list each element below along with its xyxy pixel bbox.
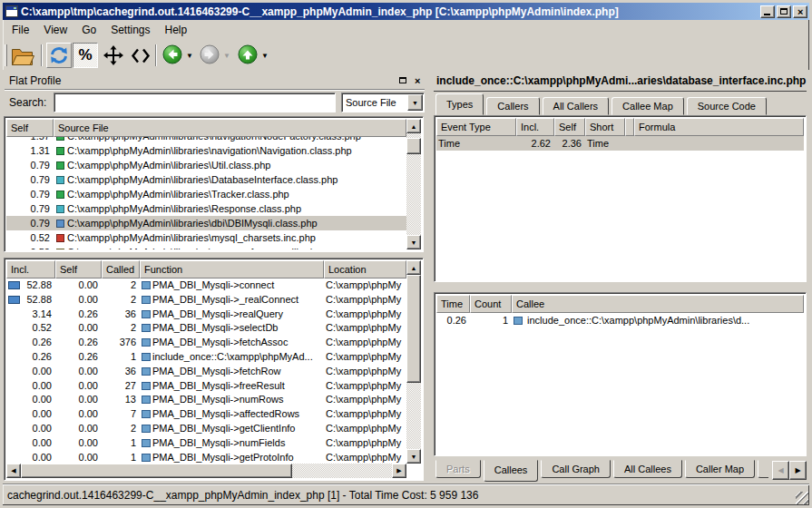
function-row[interactable]: 0.260.261include_once::C:\xampp\phpMyAd.… [6,350,406,365]
column-header-incl[interactable]: Incl. [516,118,554,136]
forward-button[interactable] [198,44,221,67]
callee-row[interactable]: 0.261 include_once::C:\xampp\phpMyAdmin\… [436,313,804,327]
up-dropdown-icon[interactable]: ▼ [261,52,269,60]
column-header-self[interactable]: Self [55,260,102,278]
source-file-row[interactable]: 0.52C:\xampp\phpMyAdmin\libraries\user_p… [6,245,406,249]
source-file-row[interactable]: 0.79C:\xampp\phpMyAdmin\libraries\Respon… [6,201,406,216]
tab-caller-map[interactable]: Caller Map [685,460,755,478]
scroll-down-icon[interactable]: ▼ [406,235,421,249]
tab-scroll-right-icon[interactable]: ▶ [789,461,807,480]
tab-callee-map[interactable]: Callee Map [611,97,684,115]
scrollbar-thumb[interactable] [406,275,421,383]
expand-cost-button[interactable] [101,43,126,68]
tab-callers[interactable]: Callers [486,97,539,115]
forward-dropdown-icon[interactable]: ▼ [223,52,230,60]
functions-vertical-scrollbar[interactable]: ▲ ▼ [406,260,421,464]
column-header-event-type[interactable]: Event Type [436,118,516,136]
function-row[interactable]: 52.880.002PMA_DBI_Mysqli->_realConnectC:… [6,293,406,308]
percent-toggle-button[interactable]: % [73,43,98,68]
tab-parts[interactable]: Parts [435,460,481,478]
tab-all-callers[interactable]: All Callers [543,97,610,115]
scrollbar-track[interactable] [21,464,392,478]
tab-scroll-left-icon[interactable]: ◀ [772,461,789,480]
up-button[interactable] [236,44,259,67]
menu-view[interactable]: View [36,22,74,38]
scroll-up-icon[interactable]: ▲ [406,260,421,275]
tab-types[interactable]: Types [435,93,484,115]
function-row[interactable]: 0.520.002PMA_DBI_Mysqli->selectDbC:\xamp… [6,321,406,336]
column-header-function[interactable]: Function [140,260,324,278]
column-header-called[interactable]: Called [102,260,140,278]
function-row[interactable]: 0.000.001PMA_DBI_Mysqli->getProtoInfoC:\… [6,451,406,464]
scroll-left-icon[interactable]: ◀ [6,464,21,478]
back-dropdown-icon[interactable]: ▼ [186,52,193,60]
column-header-self[interactable]: Self [554,118,585,136]
menu-help[interactable]: Help [158,22,195,38]
toolbar-separator [41,44,43,66]
scroll-up-icon[interactable]: ▲ [406,119,421,133]
function-row[interactable]: 0.000.0013PMA_DBI_Mysqli->numRowsC:\xamp… [6,393,406,407]
function-icon [142,296,151,304]
source-file-row[interactable]: 0.79C:\xampp\phpMyAdmin\libraries\Databa… [6,172,406,187]
tab-callees[interactable]: Callees [484,460,539,482]
search-input[interactable] [54,93,336,112]
refresh-button[interactable] [46,43,72,68]
function-name-cell: PMA_DBI_Mysqli->connect [140,278,324,293]
tab-source-code[interactable]: Source Code [687,97,767,115]
cycle-detection-button[interactable] [128,43,153,68]
column-header-callee[interactable]: Callee [512,295,804,313]
scrollbar-track[interactable] [406,275,421,449]
menu-go[interactable]: Go [74,22,103,38]
column-header-location[interactable]: Location [324,260,406,278]
scrollbar-track[interactable] [406,133,421,235]
maximize-button[interactable] [777,5,791,18]
function-row[interactable]: 0.000.0027PMA_DBI_Mysqli->freeResultC:\x… [6,379,406,394]
menu-file[interactable]: File [5,22,36,38]
close-button[interactable]: × [793,5,807,18]
function-icon [142,353,151,361]
search-row: Search: Source File ▼ [5,91,425,114]
function-row[interactable]: 0.000.001PMA_DBI_Mysqli->numFieldsC:\xam… [6,436,406,451]
chevron-down-icon[interactable]: ▼ [407,94,423,111]
back-button[interactable] [161,44,184,67]
source-file-row[interactable]: 0.79C:\xampp\phpMyAdmin\libraries\dbi\DB… [6,216,406,230]
function-row[interactable]: 3.140.2636PMA_DBI_Mysqli->realQueryC:\xa… [6,308,406,322]
function-row[interactable]: 0.000.007PMA_DBI_Mysqli->affectedRowsC:\… [6,407,406,422]
toolbar-handle[interactable] [5,44,7,66]
source-file-row[interactable]: 0.79C:\xampp\phpMyAdmin\libraries\Util.c… [6,158,406,172]
source-file-row[interactable]: 1.57C:\xampp\phpMyAdmin\libraries\naviga… [6,137,406,143]
functions-horizontal-scrollbar[interactable]: ◀ ▶ [6,464,406,478]
scroll-right-icon[interactable]: ▶ [392,464,406,478]
tab-all-callees[interactable]: All Callees [613,460,682,478]
tab-call-graph[interactable]: Call Graph [541,460,611,478]
source-file-row[interactable]: 1.31C:\xampp\phpMyAdmin\libraries\naviga… [6,143,406,158]
incl-cost-cell: 0.00 [6,407,55,422]
resize-grip[interactable] [796,492,808,504]
column-header-incl[interactable]: Incl. [6,260,55,278]
column-header-time[interactable]: Time [436,295,470,313]
dock-close-button[interactable]: × [410,74,425,87]
function-row[interactable]: 0.000.002PMA_DBI_Mysqli->getClientInfoC:… [6,422,406,436]
column-header-count[interactable]: Count [470,295,512,313]
scrollbar-thumb[interactable] [21,464,292,478]
column-header-short[interactable]: Short [585,118,625,136]
tab-machine-code[interactable]: Machine [758,460,768,478]
function-row[interactable]: 0.000.0036PMA_DBI_Mysqli->fetchRowC:\xam… [6,365,406,379]
minimize-button[interactable] [760,5,775,18]
event-type-row[interactable]: Time2.622.36Time [436,136,804,151]
menu-settings[interactable]: Settings [103,22,157,38]
column-header-self[interactable]: Self [6,119,54,137]
function-row[interactable]: 0.260.26376PMA_DBI_Mysqli->fetchAssocC:\… [6,336,406,350]
cost-color-icon [56,234,64,242]
grouping-selector[interactable]: Source File ▼ [341,93,425,112]
open-file-button[interactable] [10,43,35,68]
scrollbar-thumb[interactable] [406,138,421,154]
dock-float-button[interactable] [396,74,410,87]
column-header-source-file[interactable]: Source File [54,119,406,137]
files-vertical-scrollbar[interactable]: ▲ ▼ [406,119,421,249]
source-file-row[interactable]: 0.79C:\xampp\phpMyAdmin\libraries\Tracke… [6,187,406,201]
scroll-down-icon[interactable]: ▼ [406,449,421,464]
source-file-row[interactable]: 0.52C:\xampp\phpMyAdmin\libraries\mysql_… [6,230,406,245]
function-row[interactable]: 52.880.002PMA_DBI_Mysqli->connectC:\xamp… [6,278,406,293]
column-header-formula[interactable]: Formula [634,118,804,136]
